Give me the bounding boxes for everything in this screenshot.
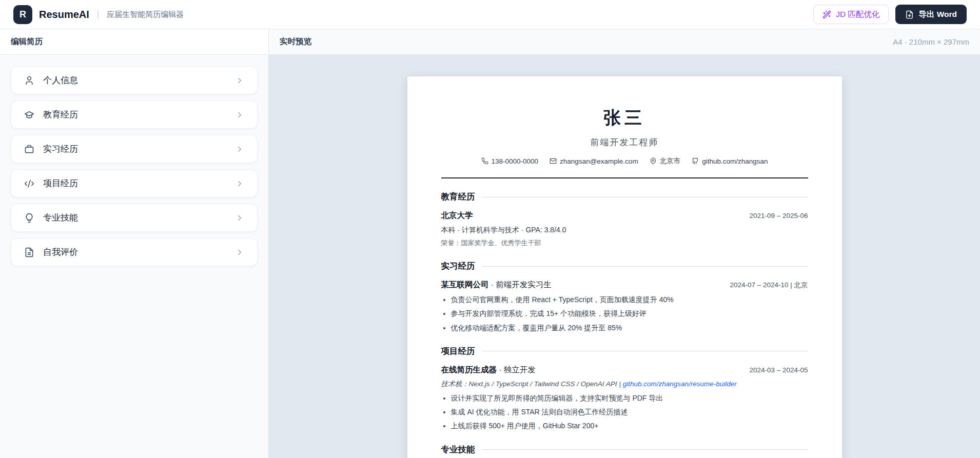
section-rule	[482, 449, 808, 450]
preview-panel-header: 实时预览 A4 · 210mm × 297mm	[269, 29, 980, 55]
chevron-right-icon	[235, 76, 244, 85]
resume-job-title: 前端开发工程师	[441, 136, 808, 148]
contact-item: 北京市	[650, 156, 681, 166]
bullet-item: 设计并实现了所见即所得的简历编辑器，支持实时预览与 PDF 导出	[451, 393, 808, 403]
resume-section-project: 项目经历 在线简历生成器 · 独立开发 2024-03 – 2024-05 技术…	[441, 346, 808, 431]
preview-panel: 实时预览 A4 · 210mm × 297mm 张三 前端开发工程师 138-0…	[269, 29, 980, 458]
bullet-item: 参与开发内部管理系统，完成 15+ 个功能模块，获得上级好评	[451, 308, 808, 318]
chevron-right-icon	[235, 248, 244, 257]
briefcase-icon	[24, 144, 34, 154]
bullet-item: 集成 AI 优化功能，用 STAR 法则自动润色工作经历描述	[451, 407, 808, 417]
editor-section-card[interactable]: 项目经历	[11, 169, 258, 197]
file-text-icon	[24, 247, 34, 257]
section-title: 教育经历	[441, 191, 475, 203]
chevron-right-icon	[235, 145, 244, 154]
project-repo-link[interactable]: github.com/zhangsan/resume-builder	[623, 380, 737, 388]
editor-title: 编辑简历	[11, 36, 43, 47]
chevron-right-icon	[235, 110, 244, 120]
contact-item: github.com/zhangsan	[692, 157, 768, 165]
preview-body: 张三 前端开发工程师 138-0000-0000 zhangsan@exampl…	[269, 55, 980, 458]
contact-item: 138-0000-0000	[481, 157, 539, 165]
section-title: 专业技能	[441, 444, 475, 455]
contact-text: 北京市	[660, 156, 681, 166]
editor-section-card[interactable]: 自我评价	[11, 238, 258, 266]
section-card-label: 专业技能	[43, 212, 226, 224]
resume-contact-row: 138-0000-0000 zhangsan@example.com 北京市	[441, 156, 808, 166]
section-title: 项目经历	[441, 346, 475, 357]
contact-text: 138-0000-0000	[492, 157, 539, 165]
wand-sparkles-icon	[822, 10, 831, 19]
section-rule	[482, 197, 808, 197]
bullet-item: 上线后获得 500+ 用户使用，GitHub Star 200+	[451, 421, 808, 431]
editor-section-card[interactable]: 教育经历	[11, 101, 258, 129]
section-card-label: 个人信息	[43, 74, 226, 86]
link-separator: |	[617, 380, 623, 388]
section-card-label: 自我评价	[43, 246, 226, 258]
degree-line: 本科 · 计算机科学与技术 · GPA: 3.8/4.0	[441, 226, 808, 235]
resume-section-skills: 专业技能 前端技术： React、Vue、Next.js、TypeScript、…	[441, 444, 808, 458]
phone-icon	[481, 157, 488, 165]
export-word-button[interactable]: 导出 Word	[895, 5, 967, 24]
jd-optimize-button[interactable]: JD 匹配优化	[813, 5, 889, 24]
brand: R ResumeAI | 应届生智能简历编辑器	[13, 5, 184, 24]
brand-divider: |	[96, 9, 100, 19]
resume-section-education: 教育经历 北京大学 2021-09 – 2025-06 本科 · 计算机科学与技…	[441, 191, 808, 248]
resume-section-internship: 实习经历 某互联网公司 · 前端开发实习生 2024-07 – 2024-10 …	[441, 261, 808, 333]
file-down-icon	[905, 10, 914, 19]
page-size-label: A4 · 210mm × 297mm	[893, 37, 969, 46]
tech-stack: Next.js / TypeScript / Tailwind CSS / Op…	[469, 380, 617, 388]
education-date: 2021-09 – 2025-06	[749, 212, 808, 220]
contact-item: zhangsan@example.com	[550, 157, 638, 165]
graduation-cap-icon	[24, 110, 34, 120]
bullet-item: 负责公司官网重构，使用 React + TypeScript，页面加载速度提升 …	[451, 294, 808, 305]
main-layout: 编辑简历 个人信息 教育经历 实习经历	[0, 29, 980, 458]
tech-label: 技术栈：	[441, 380, 469, 388]
editor-panel-header: 编辑简历	[0, 29, 268, 55]
honors-line: 荣誉：国家奖学金、优秀学生干部	[441, 238, 808, 248]
section-card-label: 项目经历	[43, 177, 226, 189]
contact-text: zhangsan@example.com	[560, 157, 638, 165]
title-separator: ·	[497, 365, 504, 374]
section-title: 实习经历	[441, 261, 475, 272]
section-rule	[482, 266, 808, 267]
lightbulb-icon	[24, 213, 34, 223]
internship-bullets: 负责公司官网重构，使用 React + TypeScript，页面加载速度提升 …	[441, 294, 808, 333]
section-card-label: 教育经历	[43, 109, 226, 121]
github-icon	[692, 157, 699, 165]
editor-section-card[interactable]: 个人信息	[11, 66, 258, 94]
school-name: 北京大学	[441, 211, 473, 220]
section-rule	[482, 351, 808, 351]
app-logo: R	[13, 5, 32, 24]
code-icon	[24, 178, 34, 189]
editor-section-list: 个人信息 教育经历 实习经历 项目经历	[0, 55, 268, 277]
title-separator: ·	[489, 280, 496, 289]
project-bullets: 设计并实现了所见即所得的简历编辑器，支持实时预览与 PDF 导出集成 AI 优化…	[441, 393, 808, 431]
map-pin-icon	[650, 157, 657, 165]
chevron-right-icon	[235, 213, 244, 223]
editor-section-card[interactable]: 实习经历	[11, 135, 258, 163]
project-name: 在线简历生成器	[441, 365, 497, 374]
section-card-label: 实习经历	[43, 143, 226, 155]
editor-section-card[interactable]: 专业技能	[11, 204, 258, 232]
resume-name: 张三	[441, 106, 808, 130]
app-header: R ResumeAI | 应届生智能简历编辑器 JD 匹配优化 导出 Word	[0, 0, 980, 29]
mail-icon	[550, 157, 557, 165]
contact-text: github.com/zhangsan	[702, 157, 768, 165]
bullet-item: 优化移动端适配方案，覆盖用户量从 20% 提升至 85%	[451, 323, 808, 333]
resume-paper: 张三 前端开发工程师 138-0000-0000 zhangsan@exampl…	[407, 76, 842, 458]
company-name: 某互联网公司	[441, 280, 489, 289]
app-subtitle: 应届生智能简历编辑器	[107, 10, 184, 19]
project-date: 2024-03 – 2024-05	[749, 366, 808, 374]
role-name: 前端开发实习生	[496, 280, 552, 289]
preview-title: 实时预览	[280, 36, 311, 47]
chevron-right-icon	[235, 179, 244, 188]
editor-panel: 编辑简历 个人信息 教育经历 实习经历	[0, 29, 269, 458]
header-divider-rule	[441, 177, 808, 178]
header-actions: JD 匹配优化 导出 Word	[813, 5, 967, 24]
user-icon	[24, 75, 34, 86]
app-name: ResumeAI	[39, 9, 89, 21]
role-name: 独立开发	[504, 365, 536, 374]
internship-date: 2024-07 – 2024-10 | 北京	[730, 281, 808, 290]
